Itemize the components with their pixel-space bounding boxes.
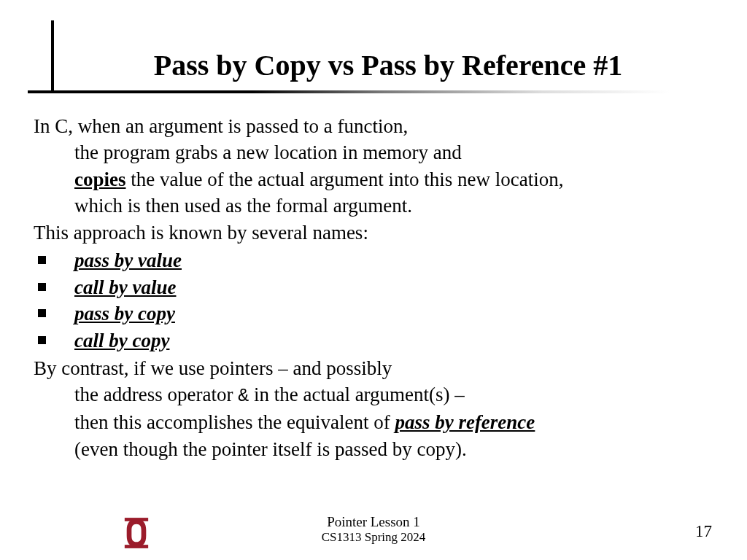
p1-copies-word: copies [74, 168, 126, 190]
p3-line3-pre: then this accomplishes the equivalent of [74, 411, 395, 433]
ampersand-operator: & [238, 386, 249, 407]
slide-body: In C, when an argument is passed to a fu… [34, 113, 705, 462]
p1-line1: In C, when an argument is passed to a fu… [34, 115, 408, 137]
header-vertical-rule [51, 20, 54, 93]
names-list: pass by value call by value pass by copy… [34, 247, 705, 354]
p3-line2-pre: the address operator [74, 384, 238, 405]
list-item-label: call by copy [74, 330, 169, 351]
slide: Pass by Copy vs Pass by Reference #1 In … [0, 0, 747, 560]
list-item: call by copy [34, 327, 705, 354]
list-item-label: pass by value [74, 249, 182, 271]
paragraph-3: By contrast, if we use pointers – and po… [34, 355, 705, 462]
footer-course: CS1313 Spring 2024 [322, 530, 426, 545]
pass-by-reference-term: pass by reference [395, 411, 535, 433]
footer-lesson-title: Pointer Lesson 1 [322, 514, 426, 530]
p3-line1: By contrast, if we use pointers – and po… [34, 357, 392, 379]
page-number: 17 [695, 522, 712, 541]
p1-line4: which is then used as the formal argumen… [74, 195, 412, 217]
slide-title: Pass by Copy vs Pass by Reference #1 [73, 48, 703, 82]
slide-footer: Pointer Lesson 1 CS1313 Spring 2024 [0, 512, 747, 547]
list-item-label: pass by copy [74, 303, 175, 324]
list-item: call by value [34, 274, 705, 300]
p1-line3-post: the value of the actual argument into th… [126, 168, 564, 190]
header-horizontal-rule [28, 90, 670, 93]
paragraph-1: In C, when an argument is passed to a fu… [34, 113, 705, 219]
list-item-label: call by value [74, 276, 176, 298]
paragraph-2: This approach is known by several names: [34, 219, 705, 246]
p3-line2-post: in the actual argument(s) – [254, 384, 465, 405]
footer-center: Pointer Lesson 1 CS1313 Spring 2024 [322, 514, 426, 544]
list-item: pass by value [34, 247, 705, 273]
list-item: pass by copy [34, 300, 705, 327]
p3-line4: (even though the pointer itself is passe… [74, 438, 467, 460]
p1-line2: the program grabs a new location in memo… [74, 141, 462, 163]
